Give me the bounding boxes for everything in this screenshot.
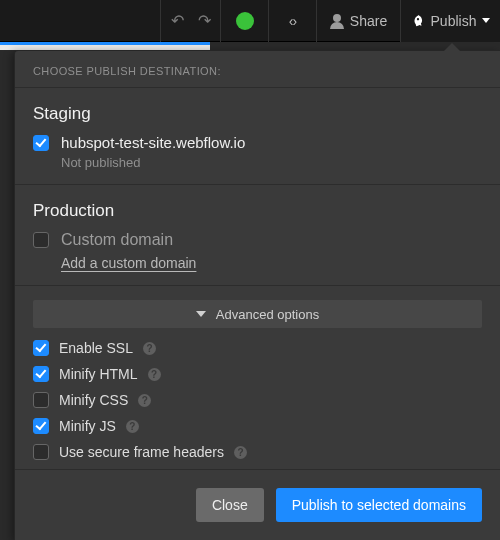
staging-title: Staging: [33, 104, 482, 124]
popover-footer: Close Publish to selected domains: [15, 469, 500, 540]
person-icon: [330, 14, 344, 28]
option-minify-js[interactable]: Minify JS ?: [33, 418, 482, 434]
rocket-icon: [411, 14, 425, 28]
help-icon[interactable]: ?: [126, 420, 139, 433]
option-label: Minify CSS: [59, 392, 128, 408]
share-label: Share: [350, 13, 387, 29]
redo-icon[interactable]: ↷: [198, 11, 211, 30]
active-tab-indicator: [0, 42, 500, 50]
custom-domain-checkbox[interactable]: [33, 232, 49, 248]
advanced-options-list: Enable SSL ? Minify HTML ? Minify CSS ? …: [15, 328, 500, 464]
option-checkbox[interactable]: [33, 418, 49, 434]
close-button[interactable]: Close: [196, 488, 264, 522]
option-minify-html[interactable]: Minify HTML ?: [33, 366, 482, 382]
production-title: Production: [33, 201, 482, 221]
help-icon[interactable]: ?: [234, 446, 247, 459]
production-section: Production Custom domain Add a custom do…: [15, 185, 500, 271]
top-toolbar: ↶ ↷ ‹› Share Publish: [0, 0, 500, 42]
triangle-down-icon: [196, 311, 206, 317]
code-toggle-button[interactable]: ‹›: [268, 0, 316, 42]
staging-section: Staging hubspot-test-site.webflow.io Not…: [15, 88, 500, 170]
option-label: Use secure frame headers: [59, 444, 224, 460]
option-enable-ssl[interactable]: Enable SSL ?: [33, 340, 482, 356]
staging-checkbox[interactable]: [33, 135, 49, 151]
publish-popover: CHOOSE PUBLISH DESTINATION: Staging hubs…: [14, 50, 500, 540]
option-checkbox[interactable]: [33, 340, 49, 356]
divider: [15, 285, 500, 286]
custom-domain-label: Custom domain: [61, 231, 173, 249]
advanced-options-label: Advanced options: [216, 307, 319, 322]
option-label: Minify JS: [59, 418, 116, 434]
option-checkbox[interactable]: [33, 444, 49, 460]
option-minify-css[interactable]: Minify CSS ?: [33, 392, 482, 408]
help-icon[interactable]: ?: [143, 342, 156, 355]
help-icon[interactable]: ?: [148, 368, 161, 381]
option-label: Minify HTML: [59, 366, 138, 382]
share-button[interactable]: Share: [316, 0, 400, 42]
status-ok-icon: [236, 12, 254, 30]
popover-header: CHOOSE PUBLISH DESTINATION:: [15, 51, 500, 88]
code-icon: ‹›: [289, 13, 296, 29]
status-indicator[interactable]: [220, 0, 268, 42]
chevron-down-icon: [482, 18, 490, 23]
publish-label: Publish: [431, 13, 477, 29]
help-icon[interactable]: ?: [138, 394, 151, 407]
staging-domain-row[interactable]: hubspot-test-site.webflow.io: [33, 134, 482, 151]
undo-icon[interactable]: ↶: [171, 11, 184, 30]
advanced-options-toggle[interactable]: Advanced options: [33, 300, 482, 328]
option-checkbox[interactable]: [33, 392, 49, 408]
custom-domain-row[interactable]: Custom domain: [33, 231, 482, 249]
staging-status: Not published: [61, 155, 482, 170]
option-label: Enable SSL: [59, 340, 133, 356]
undo-redo-group: ↶ ↷: [160, 0, 220, 42]
option-secure-frame-headers[interactable]: Use secure frame headers ?: [33, 444, 482, 460]
staging-domain-url: hubspot-test-site.webflow.io: [61, 134, 245, 151]
publish-button[interactable]: Publish: [400, 0, 500, 42]
add-custom-domain-link[interactable]: Add a custom domain: [61, 255, 482, 271]
option-checkbox[interactable]: [33, 366, 49, 382]
publish-selected-button[interactable]: Publish to selected domains: [276, 488, 482, 522]
